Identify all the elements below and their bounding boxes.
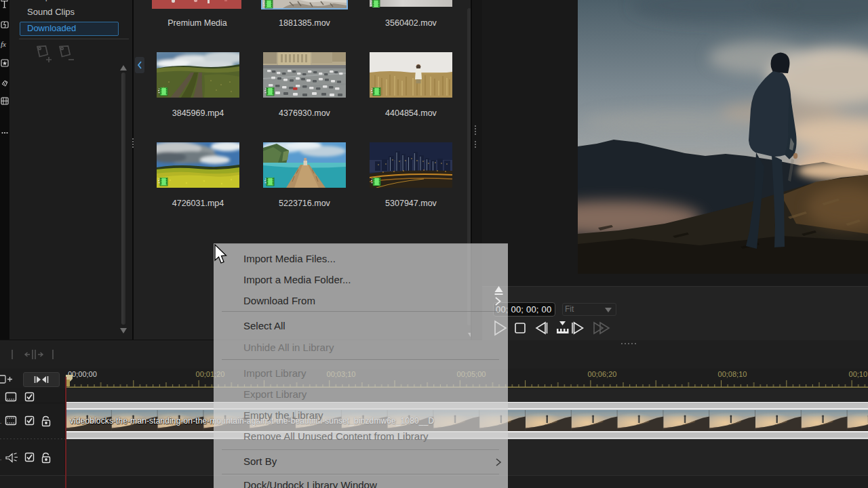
svg-text:fx: fx [1,40,6,48]
svg-text:.: . [0,419,1,425]
svg-text:.: . [0,455,1,462]
